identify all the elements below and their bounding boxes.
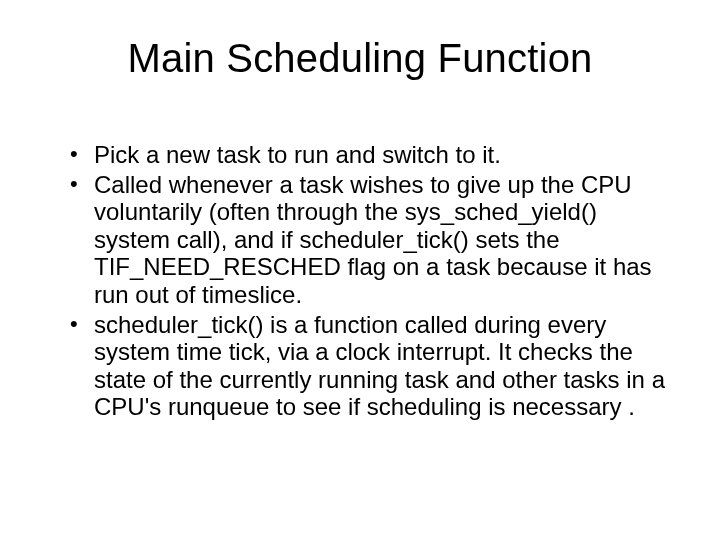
slide-title: Main Scheduling Function <box>50 36 670 81</box>
list-item: Called whenever a task wishes to give up… <box>70 171 670 309</box>
slide: Main Scheduling Function Pick a new task… <box>0 0 720 540</box>
bullet-list: Pick a new task to run and switch to it.… <box>50 141 670 421</box>
list-item: Pick a new task to run and switch to it. <box>70 141 670 169</box>
list-item: scheduler_tick() is a function called du… <box>70 311 670 421</box>
